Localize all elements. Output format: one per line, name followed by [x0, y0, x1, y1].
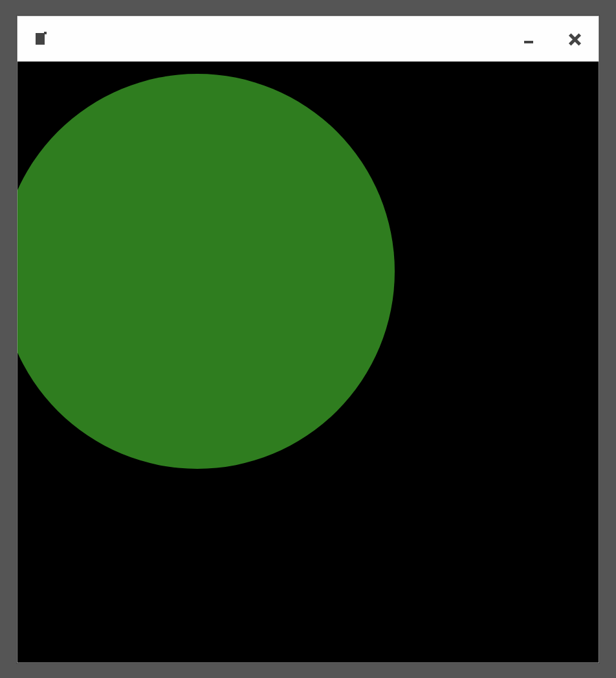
- circle-shape: [17, 74, 395, 469]
- minimize-button[interactable]: [522, 32, 535, 45]
- close-icon: [568, 33, 580, 45]
- titlebar-left: [36, 33, 45, 45]
- minimize-icon: [524, 41, 533, 43]
- app-window: [17, 16, 599, 663]
- canvas[interactable]: [17, 62, 599, 662]
- app-icon: [36, 33, 45, 45]
- titlebar[interactable]: [17, 16, 599, 62]
- titlebar-controls: [522, 32, 580, 45]
- close-button[interactable]: [567, 32, 580, 45]
